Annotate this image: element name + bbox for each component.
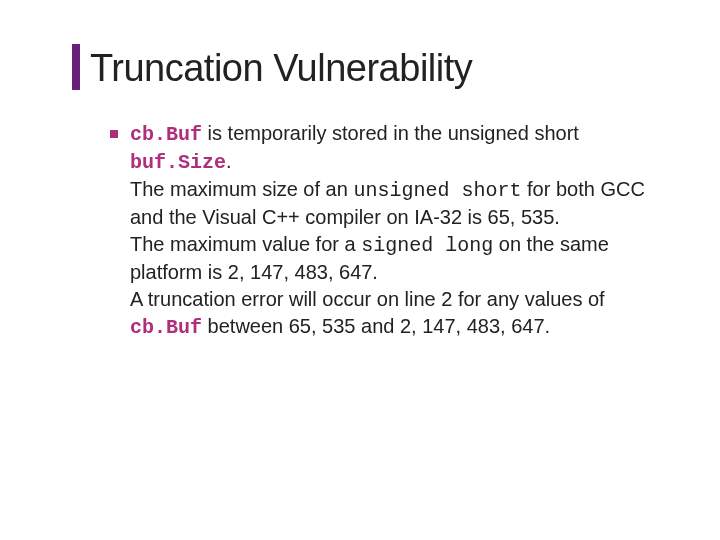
slide: Truncation Vulnerability cb.Buf is tempo…	[0, 0, 720, 540]
text: is temporarily stored in the unsigned sh…	[202, 122, 579, 144]
text: between 65, 535 and 2, 147, 483, 647.	[202, 315, 550, 337]
title-accent-bar	[72, 44, 80, 90]
bullet-item: cb.Buf is temporarily stored in the unsi…	[110, 120, 650, 341]
text: A truncation error will occur on line 2 …	[130, 288, 605, 310]
text: The maximum size of an	[130, 178, 353, 200]
bullet-icon	[110, 130, 118, 138]
code-cbbuf: cb.Buf	[130, 123, 202, 146]
code-signed-long: signed long	[361, 234, 493, 257]
code-bufsize: buf.Size	[130, 151, 226, 174]
slide-body: cb.Buf is temporarily stored in the unsi…	[90, 120, 660, 341]
code-cbbuf-2: cb.Buf	[130, 316, 202, 339]
paragraph-1: cb.Buf is temporarily stored in the unsi…	[130, 120, 650, 341]
text: .	[226, 150, 232, 172]
code-unsigned-short: unsigned short	[353, 179, 521, 202]
text: The maximum value for a	[130, 233, 361, 255]
slide-title: Truncation Vulnerability	[90, 48, 660, 90]
